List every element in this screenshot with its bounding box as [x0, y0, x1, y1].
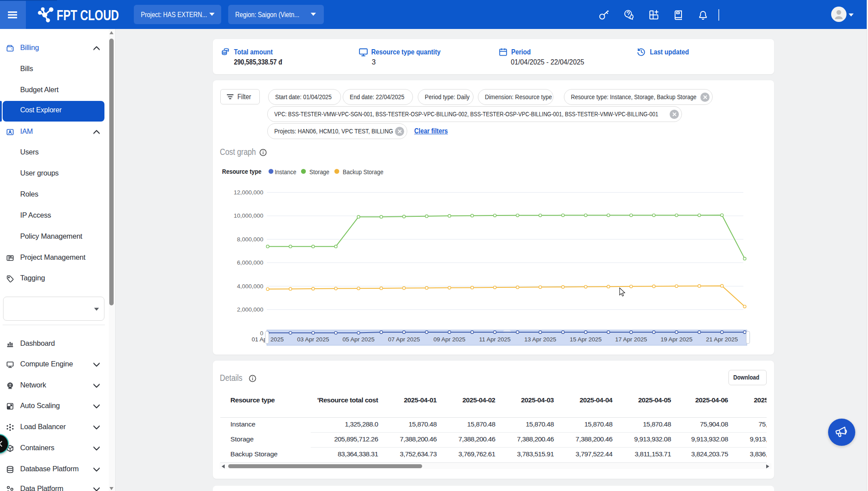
svg-text:09 Apr 2025: 09 Apr 2025 — [434, 336, 466, 343]
svg-text:21 Apr 2025: 21 Apr 2025 — [706, 336, 738, 343]
svg-text:11 Apr 2025: 11 Apr 2025 — [479, 336, 511, 343]
svg-text:17 Apr 2025: 17 Apr 2025 — [615, 336, 647, 343]
svg-text:0: 0 — [260, 330, 263, 337]
svg-text:2,000,000: 2,000,000 — [237, 306, 263, 313]
svg-text:07 Apr 2025: 07 Apr 2025 — [388, 336, 420, 343]
svg-text:05 Apr 2025: 05 Apr 2025 — [343, 336, 375, 343]
svg-text:8,000,000: 8,000,000 — [237, 236, 263, 243]
svg-text:10,000,000: 10,000,000 — [233, 212, 263, 219]
svg-text:4,000,000: 4,000,000 — [237, 283, 263, 290]
svg-text:13 Apr 2025: 13 Apr 2025 — [524, 336, 556, 343]
svg-text:15 Apr 2025: 15 Apr 2025 — [570, 336, 602, 343]
svg-text:12,000,000: 12,000,000 — [233, 189, 263, 196]
svg-text:03 Apr 2025: 03 Apr 2025 — [297, 336, 329, 343]
svg-text:6,000,000: 6,000,000 — [237, 259, 263, 266]
svg-text:19 Apr 2025: 19 Apr 2025 — [660, 336, 692, 343]
